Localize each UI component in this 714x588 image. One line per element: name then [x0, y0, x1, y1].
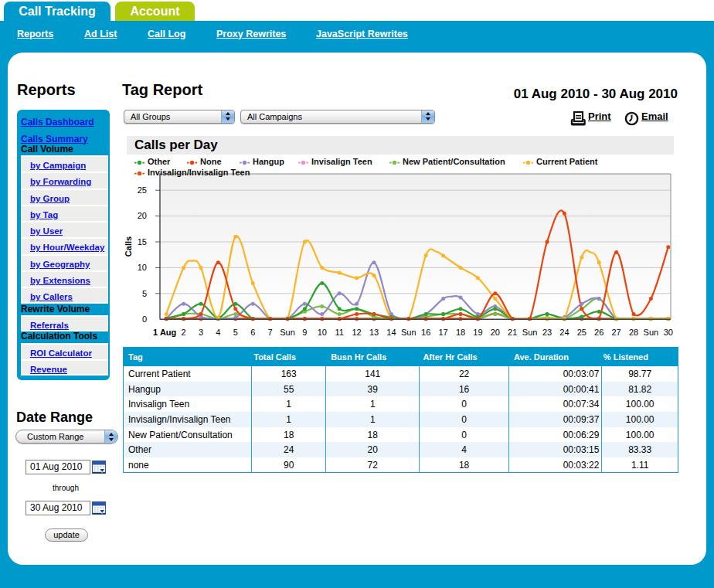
- svg-text:19: 19: [473, 328, 482, 337]
- svg-text:Sun: Sun: [522, 328, 538, 337]
- svg-text:13: 13: [369, 328, 379, 337]
- svg-text:30: 30: [664, 328, 673, 337]
- svg-text:23: 23: [542, 328, 552, 337]
- svg-text:9: 9: [302, 328, 307, 337]
- svg-text:24: 24: [559, 328, 569, 337]
- svg-text:20: 20: [138, 211, 147, 220]
- svg-text:Sun: Sun: [280, 328, 295, 337]
- svg-text:Calls: Calls: [124, 236, 133, 257]
- svg-text:15: 15: [138, 237, 147, 246]
- svg-text:16: 16: [421, 328, 430, 337]
- svg-text:5: 5: [233, 328, 238, 337]
- svg-text:27: 27: [611, 328, 620, 337]
- svg-text:10: 10: [138, 263, 147, 272]
- svg-text:25: 25: [138, 185, 147, 195]
- svg-text:21: 21: [508, 328, 517, 337]
- svg-text:3: 3: [199, 328, 203, 337]
- svg-text:Sun: Sun: [401, 328, 416, 337]
- svg-text:28: 28: [629, 328, 638, 337]
- svg-text:2: 2: [182, 328, 186, 337]
- svg-text:18: 18: [456, 328, 465, 337]
- svg-text:12: 12: [352, 328, 361, 337]
- svg-text:1 Aug: 1 Aug: [153, 328, 176, 337]
- svg-text:11: 11: [335, 328, 343, 337]
- svg-text:4: 4: [216, 328, 220, 337]
- svg-text:17: 17: [438, 328, 447, 337]
- svg-text:5: 5: [142, 289, 147, 298]
- svg-text:25: 25: [577, 328, 586, 337]
- svg-text:Sun: Sun: [644, 328, 659, 337]
- svg-text:6: 6: [250, 328, 255, 337]
- svg-text:26: 26: [594, 328, 604, 337]
- svg-text:10: 10: [318, 328, 327, 337]
- svg-text:20: 20: [491, 328, 500, 337]
- svg-text:14: 14: [386, 328, 396, 337]
- svg-text:0: 0: [142, 314, 147, 324]
- svg-text:7: 7: [268, 328, 273, 337]
